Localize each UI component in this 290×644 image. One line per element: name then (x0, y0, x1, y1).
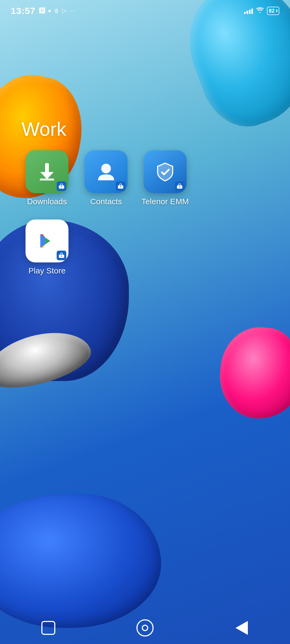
svg-rect-2 (40, 178, 54, 181)
svg-marker-1 (40, 172, 54, 179)
playstore-work-badge (57, 251, 66, 260)
nav-bar (0, 614, 290, 644)
home-icon (136, 619, 154, 636)
svg-rect-4 (61, 186, 62, 187)
contacts-label: Contacts (90, 197, 122, 206)
svg-rect-9 (179, 186, 180, 187)
contacts-person-icon (95, 161, 117, 182)
telenor-icon-wrapper[interactable] (144, 150, 187, 193)
battery-indicator: 82 (267, 7, 279, 15)
briefcase-icon-2 (118, 184, 124, 189)
status-time: 13:57 (11, 6, 35, 16)
svg-rect-11 (61, 256, 62, 257)
app-item-contacts[interactable]: Contacts (81, 150, 132, 206)
telenor-work-badge (175, 181, 184, 191)
back-icon (235, 621, 248, 635)
playstore-icon-wrapper[interactable] (26, 219, 68, 262)
home-icon-inner (142, 625, 148, 631)
nfc-icon: 🅽 (39, 7, 45, 14)
briefcase-icon-3 (177, 184, 183, 189)
signal-bar-1 (244, 12, 246, 14)
circle-icon: ● (48, 7, 51, 14)
play-icon: ▷ (62, 7, 67, 14)
signal-bar-4 (251, 9, 253, 14)
downloads-icon-wrapper[interactable] (26, 150, 68, 193)
recents-icon (41, 621, 55, 635)
briefcase-icon-4 (59, 253, 64, 258)
signal-bar-2 (247, 11, 248, 14)
battery-level: 82 (269, 8, 275, 14)
contacts-icon-wrapper[interactable] (85, 150, 128, 193)
downloads-label: Downloads (27, 197, 67, 206)
status-left: 13:57 🅽 ● 🗑 ▷ ··· (11, 6, 74, 16)
app-item-telenor[interactable]: Telenor EMM (140, 150, 191, 206)
svg-rect-7 (120, 186, 121, 187)
contacts-work-badge (116, 181, 125, 191)
wifi-icon (256, 7, 264, 15)
signal-bar-3 (249, 10, 251, 14)
svg-point-5 (101, 164, 111, 173)
downloads-arrow-icon (38, 162, 56, 182)
battery-tip (276, 9, 277, 12)
telenor-label: Telenor EMM (142, 197, 189, 206)
status-icons: 🅽 ● 🗑 ▷ ··· (39, 7, 74, 14)
playstore-label: Play Store (28, 266, 66, 275)
nav-back-button[interactable] (230, 616, 254, 640)
svg-rect-0 (45, 163, 49, 173)
delete-icon: 🗑 (54, 8, 59, 14)
app-grid: Downloads Contacts (21, 150, 191, 289)
briefcase-icon (59, 184, 64, 189)
playstore-logo-icon (36, 230, 58, 252)
dots-icon: ··· (69, 7, 74, 14)
app-item-downloads[interactable]: Downloads (21, 150, 73, 206)
downloads-work-badge (57, 181, 66, 191)
nav-recents-button[interactable] (36, 616, 60, 640)
nav-home-button[interactable] (133, 616, 157, 640)
signal-bars (244, 8, 253, 14)
app-item-playstore[interactable]: Play Store (21, 219, 73, 275)
status-right: 82 (244, 7, 279, 15)
status-bar: 13:57 🅽 ● 🗑 ▷ ··· 82 (0, 0, 290, 21)
work-label: Work (21, 118, 66, 140)
telenor-shield-icon (154, 161, 176, 182)
